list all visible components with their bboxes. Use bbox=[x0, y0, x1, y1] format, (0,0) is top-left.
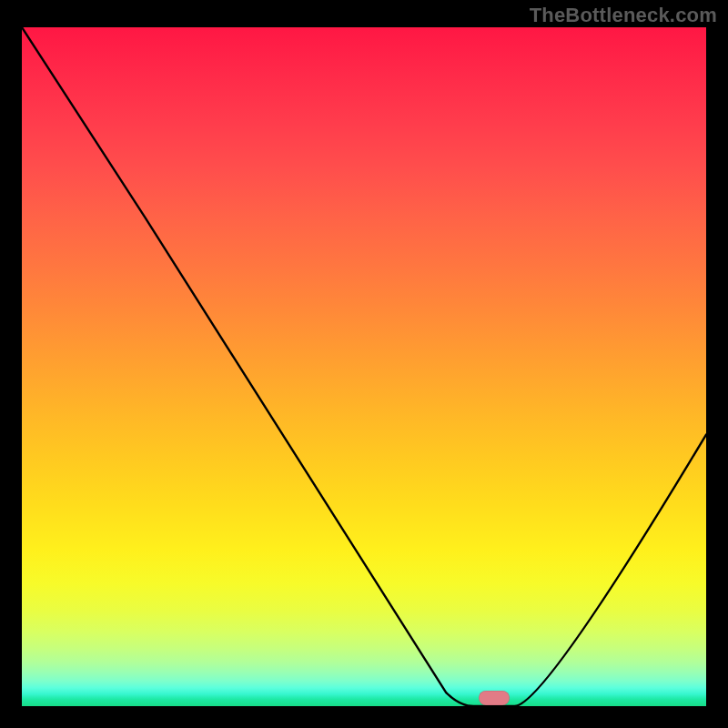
watermark-text: TheBottleneck.com bbox=[530, 4, 717, 27]
bottleneck-curve bbox=[22, 27, 706, 706]
chart-frame: TheBottleneck.com bbox=[0, 0, 728, 728]
plot-area bbox=[22, 27, 706, 706]
optimal-marker bbox=[479, 691, 510, 705]
